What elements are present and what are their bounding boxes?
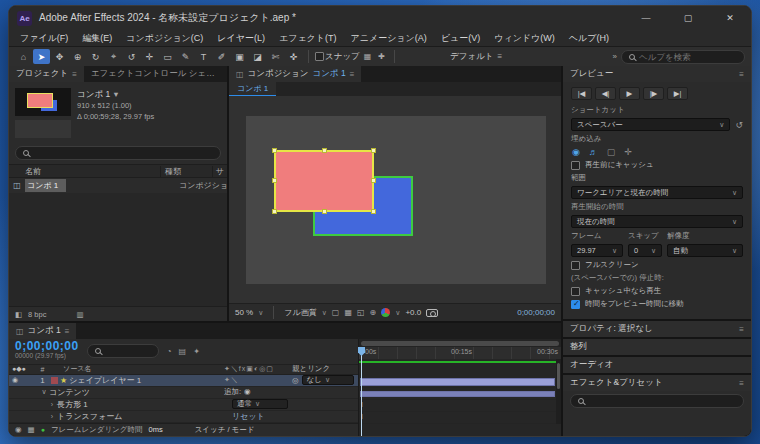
parent-dropdown[interactable]: なし ∨ bbox=[302, 375, 354, 385]
help-search-input[interactable] bbox=[639, 52, 737, 62]
resolution-value[interactable]: フル画質 bbox=[284, 307, 316, 318]
layer-label-color[interactable] bbox=[51, 377, 58, 384]
workspace-menu-icon[interactable]: ≡ bbox=[495, 52, 506, 61]
exposure-value[interactable]: +0.0 bbox=[405, 308, 421, 317]
project-search[interactable] bbox=[15, 146, 221, 160]
resolution-dropdown[interactable]: 自動 ∨ bbox=[667, 244, 743, 257]
timeline-search[interactable] bbox=[87, 344, 159, 358]
pan-behind-tool-icon[interactable]: ✛ bbox=[141, 49, 158, 64]
help-search[interactable] bbox=[621, 50, 745, 64]
selection-handle[interactable] bbox=[272, 209, 277, 214]
selection-handle[interactable] bbox=[371, 148, 376, 153]
selection-handle[interactable] bbox=[322, 148, 327, 153]
panel-menu-icon[interactable]: ≡ bbox=[65, 327, 70, 336]
menu-layer[interactable]: レイヤー(L) bbox=[210, 32, 272, 45]
menu-effect[interactable]: エフェクト(T) bbox=[272, 32, 344, 45]
parent-link-header[interactable]: 親とリンク bbox=[292, 364, 358, 374]
transform-reset-link[interactable]: リセット bbox=[232, 411, 288, 422]
property-row-contents[interactable]: ∨ コンテンツ 追加: ◉ bbox=[9, 387, 358, 399]
layer-row-shape-layer-1[interactable]: ◉ 1 ★ シェイプレイヤー 1 ✦＼ ◎ なし ∨ bbox=[9, 375, 358, 387]
workspace-label[interactable]: デフォルト bbox=[450, 51, 494, 63]
transform-track-row[interactable]: I bbox=[359, 412, 561, 424]
trash-icon[interactable]: ▥ bbox=[76, 310, 83, 319]
layer-controls-icon[interactable]: ✛ bbox=[624, 147, 632, 157]
mask-visibility-icon[interactable]: ◱ bbox=[357, 308, 365, 317]
time-navigator[interactable] bbox=[359, 339, 561, 347]
comp-mini-flowchart-icon[interactable]: ◔ bbox=[167, 347, 172, 356]
effects-search-input[interactable] bbox=[588, 396, 736, 406]
property-row-transform[interactable]: › トランスフォーム リセット bbox=[9, 411, 358, 423]
layer-name[interactable]: シェイプレイヤー 1 bbox=[69, 375, 224, 386]
motion-blur-icon[interactable]: ✦ bbox=[193, 347, 200, 356]
play-from-dropdown[interactable]: 現在の時間 ∨ bbox=[571, 215, 743, 228]
viewer-tab-comp1[interactable]: コンポ 1 bbox=[229, 82, 276, 96]
panel-menu-icon[interactable]: ≡ bbox=[739, 379, 744, 388]
pen-tool-icon[interactable]: ✎ bbox=[177, 49, 194, 64]
panel-menu-icon[interactable]: ≡ bbox=[739, 70, 744, 79]
blend-mode-dropdown[interactable]: 通常 ∨ bbox=[232, 399, 288, 409]
bpc-label[interactable]: 8 bpc bbox=[28, 310, 46, 319]
pick-whip-icon[interactable]: ◎ bbox=[292, 376, 299, 385]
menu-window[interactable]: ウィンドウ(W) bbox=[487, 32, 562, 45]
fullscreen-checkbox[interactable] bbox=[571, 261, 580, 270]
menu-composition[interactable]: コンポジション(C) bbox=[119, 32, 210, 45]
selection-handle[interactable] bbox=[272, 148, 277, 153]
selection-handle[interactable] bbox=[371, 209, 376, 214]
roto-brush-tool-icon[interactable]: ✄ bbox=[267, 49, 284, 64]
color-depth-icon[interactable]: ◧ bbox=[15, 310, 22, 319]
menu-animation[interactable]: アニメーション(A) bbox=[344, 32, 434, 45]
expander-icon[interactable]: › bbox=[47, 401, 57, 408]
toolbar-overflow-chevron[interactable]: » bbox=[610, 52, 620, 61]
orbit-camera-tool-icon[interactable]: ↻ bbox=[87, 49, 104, 64]
rotation-tool-icon[interactable]: ↺ bbox=[123, 49, 140, 64]
eye-icon[interactable]: ◉ bbox=[12, 376, 18, 384]
skip-dropdown[interactable]: 0 ∨ bbox=[628, 244, 662, 257]
cache-before-play-checkbox[interactable] bbox=[571, 161, 580, 170]
menu-view[interactable]: ビュー(V) bbox=[434, 32, 487, 45]
time-ruler[interactable]: 00s 00:15s 00:30s bbox=[359, 347, 561, 359]
timeline-track-area[interactable]: 00s 00:15s 00:30s I I bbox=[359, 339, 561, 436]
selection-handle[interactable] bbox=[371, 178, 376, 183]
snap-checkbox[interactable] bbox=[315, 52, 324, 61]
switch-mode-toggle[interactable]: スイッチ / モード bbox=[195, 425, 255, 435]
add-button-icon[interactable]: ◉ bbox=[244, 387, 251, 397]
zoom-tool-icon[interactable]: ⊕ bbox=[69, 49, 86, 64]
layer-switches[interactable]: ✦＼ bbox=[224, 375, 292, 385]
menu-edit[interactable]: 編集(E) bbox=[75, 32, 119, 45]
transparency-grid-icon[interactable]: ▦ bbox=[344, 308, 352, 317]
time-navigator-handle[interactable] bbox=[361, 341, 559, 346]
magnification-value[interactable]: 50 % bbox=[235, 308, 253, 317]
type-tool-icon[interactable]: T bbox=[195, 49, 212, 64]
pink-rectangle-shape-selected[interactable] bbox=[274, 150, 374, 212]
camera-tool-icon[interactable]: ⌖ bbox=[105, 49, 122, 64]
tab-project[interactable]: プロジェクト ≡ bbox=[9, 66, 84, 82]
home-tool-icon[interactable]: ⌂ bbox=[15, 49, 32, 64]
layer-bar-row[interactable] bbox=[359, 376, 561, 388]
timeline-option-icon-1[interactable]: ◉ bbox=[15, 425, 22, 434]
draft-3d-icon[interactable]: ▤ bbox=[179, 347, 187, 356]
first-frame-button[interactable]: |◀ bbox=[571, 87, 592, 100]
clone-stamp-tool-icon[interactable]: ▣ bbox=[231, 49, 248, 64]
menu-file[interactable]: ファイル(F) bbox=[13, 32, 75, 45]
timeline-vertical-scrollbar[interactable] bbox=[556, 359, 561, 424]
viewer-lock-icon[interactable]: ◫ bbox=[236, 70, 244, 79]
tab-timeline-comp1[interactable]: ◫ コンポ 1 ≡ bbox=[9, 323, 76, 339]
viewer-timecode[interactable]: 0;00;00;00 bbox=[517, 308, 555, 317]
column-type[interactable]: 種類 bbox=[161, 166, 213, 177]
selection-tool-icon[interactable]: ➤ bbox=[33, 49, 50, 64]
framerate-dropdown[interactable]: 29.97 ∨ bbox=[571, 244, 623, 257]
play-cached-checkbox[interactable] bbox=[571, 287, 580, 296]
layer-duration-bar[interactable] bbox=[360, 378, 555, 386]
move-time-checkbox[interactable] bbox=[571, 300, 580, 309]
contents-duration-bar[interactable] bbox=[360, 391, 555, 397]
preview-item-caret[interactable]: ▼ bbox=[112, 90, 119, 99]
tab-effect-controls[interactable]: エフェクトコントロール シェイプ bbox=[84, 66, 227, 82]
overlays-icon[interactable]: ▢ bbox=[607, 147, 616, 157]
region-of-interest-icon[interactable]: ▢ bbox=[332, 308, 340, 317]
expander-icon[interactable]: › bbox=[47, 413, 57, 420]
shortcut-dropdown[interactable]: スペースバー ∨ bbox=[571, 118, 730, 131]
snap-option-icon-2[interactable]: ✚ bbox=[375, 52, 388, 61]
current-timecode[interactable]: 0;00;00;00 bbox=[15, 341, 79, 351]
video-eye-icon[interactable]: ◉ bbox=[572, 147, 580, 157]
last-frame-button[interactable]: ▶| bbox=[667, 87, 688, 100]
